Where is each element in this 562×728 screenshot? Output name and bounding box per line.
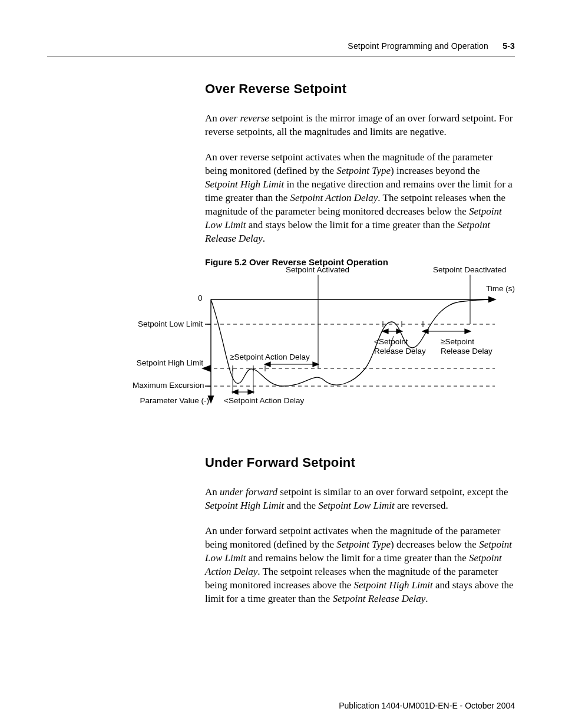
s1-p2: An over reverse setpoint activates when …: [205, 151, 515, 246]
s2-p1: An under forward setpoint is similar to …: [205, 486, 515, 513]
text: are reversed.: [395, 500, 448, 511]
figure-diagram: [47, 265, 518, 419]
text: An: [205, 113, 220, 124]
heading-under-forward: Under Forward Setpoint: [205, 455, 515, 470]
section-name: Setpoint Programming and Operation: [348, 41, 488, 51]
publication-footer: Publication 1404-UM001D-EN-E - October 2…: [339, 701, 515, 710]
text: .: [263, 233, 265, 244]
term-over-reverse: over reverse: [220, 113, 269, 124]
term: Setpoint Type: [336, 165, 391, 176]
text: ) decreases below the: [391, 539, 479, 550]
s2-p2: An under forward setpoint activates when…: [205, 525, 515, 606]
header-rule: [47, 57, 515, 57]
s1-p1: An over reverse setpoint is the mirror i…: [205, 112, 515, 139]
text: setpoint is similar to an over forward s…: [277, 486, 508, 498]
text: ) increases beyond the: [391, 165, 480, 176]
term: Setpoint High Limit: [354, 579, 433, 591]
text: and remains below the limit for a time g…: [246, 552, 469, 564]
svg-marker-7: [201, 365, 211, 372]
term: Setpoint Release Delay: [333, 593, 426, 604]
heading-over-reverse: Over Reverse Setpoint: [205, 81, 515, 97]
running-header: Setpoint Programming and Operation 5-3: [348, 41, 515, 51]
text: and stays below the limit for a time gre…: [246, 219, 457, 230]
text: An: [205, 486, 220, 498]
page-number: 5-3: [503, 41, 515, 51]
term: Setpoint High Limit: [205, 179, 284, 190]
term: Setpoint Type: [336, 539, 391, 550]
text: and the: [284, 500, 318, 511]
term: Setpoint High Limit: [205, 500, 284, 511]
svg-line-23: [389, 336, 394, 351]
term: Setpoint Action Delay: [290, 192, 378, 203]
term-under-forward: under forward: [220, 486, 277, 498]
term: Setpoint Low Limit: [318, 500, 394, 511]
text: .: [425, 593, 428, 604]
